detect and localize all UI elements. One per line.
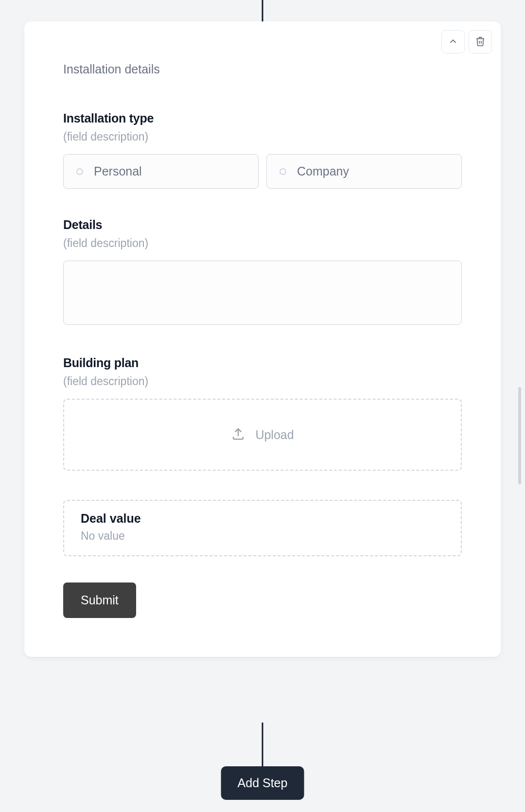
card-actions	[33, 30, 492, 53]
radio-group-installation-type: Personal Company	[63, 154, 462, 189]
collapse-button[interactable]	[441, 30, 465, 53]
radio-circle-icon	[76, 168, 83, 175]
card-title: Installation details	[63, 62, 462, 76]
field-description: (field description)	[63, 237, 462, 250]
radio-option-company[interactable]: Company	[266, 154, 462, 189]
field-description: (field description)	[63, 375, 462, 388]
details-textarea[interactable]	[63, 261, 462, 325]
chevron-up-icon	[448, 36, 458, 48]
radio-circle-icon	[280, 168, 286, 175]
field-label: Building plan	[63, 356, 462, 370]
deal-value-label: Deal value	[81, 512, 444, 526]
field-building-plan: Building plan (field description) Upload	[63, 356, 462, 471]
field-label: Details	[63, 218, 462, 232]
delete-button[interactable]	[469, 30, 492, 53]
card-body: Installation details Installation type (…	[33, 53, 492, 618]
field-installation-type: Installation type (field description) Pe…	[63, 111, 462, 189]
upload-label: Upload	[255, 428, 294, 442]
upload-icon	[231, 426, 245, 443]
radio-option-personal[interactable]: Personal	[63, 154, 259, 189]
field-details: Details (field description)	[63, 218, 462, 327]
scrollbar-thumb[interactable]	[518, 387, 521, 484]
deal-value-text: No value	[81, 530, 444, 543]
submit-button[interactable]: Submit	[63, 583, 136, 618]
field-label: Installation type	[63, 111, 462, 125]
radio-option-label: Company	[297, 164, 349, 178]
field-deal-value[interactable]: Deal value No value	[63, 500, 462, 556]
radio-option-label: Personal	[94, 164, 142, 178]
trash-icon	[475, 36, 486, 48]
field-description: (field description)	[63, 130, 462, 143]
add-step-button[interactable]: Add Step	[221, 766, 304, 800]
step-card-installation-details: Installation details Installation type (…	[24, 21, 501, 657]
upload-dropzone[interactable]: Upload	[63, 399, 462, 471]
connector-line-top	[262, 0, 263, 21]
